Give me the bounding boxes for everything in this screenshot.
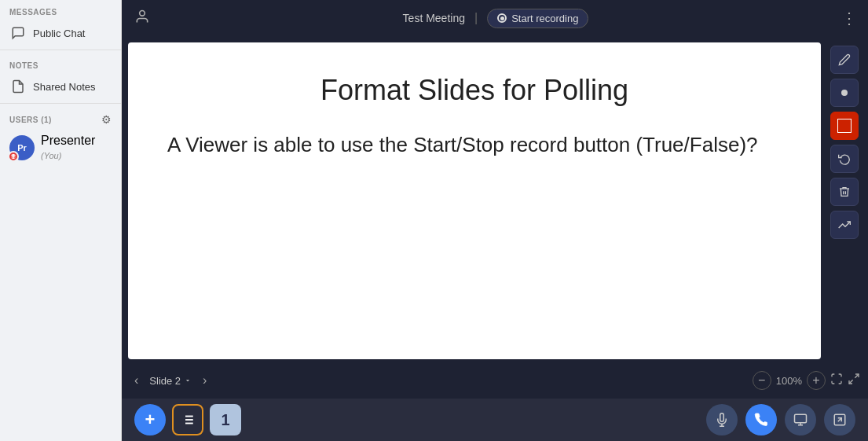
messages-section-label: MESSAGES	[0, 0, 121, 20]
presenter-name: Presenter	[41, 134, 95, 147]
fit-screen-button[interactable]	[830, 373, 843, 388]
more-options-button[interactable]: ⋮	[841, 9, 859, 28]
main-area: Test Meeting | Start recording ⋮ Format …	[122, 0, 868, 441]
color-swatch	[837, 119, 852, 133]
sidebar-item-shared-notes[interactable]: Shared Notes	[0, 73, 121, 100]
avatar: Pr	[9, 135, 35, 160]
add-icon: +	[145, 410, 156, 430]
top-bar-left	[134, 9, 150, 28]
screen-share-button[interactable]	[785, 404, 816, 435]
svg-line-2	[849, 380, 853, 384]
presenter-info: Presenter (You)	[41, 134, 112, 162]
slide-navigation: ‹ Slide 2 ›	[130, 372, 211, 389]
zoom-level: 100%	[776, 375, 802, 387]
chart-tool-button[interactable]	[830, 211, 859, 239]
sidebar: MESSAGES Public Chat NOTES Shared Notes …	[0, 0, 122, 441]
share-button[interactable]	[824, 404, 855, 435]
sidebar-divider-1	[0, 50, 121, 50]
notes-section-label: NOTES	[0, 53, 121, 73]
dot-tool-button[interactable]	[830, 79, 859, 107]
presenter-item[interactable]: Pr Presenter (You)	[0, 129, 121, 167]
start-recording-button[interactable]: Start recording	[487, 9, 588, 28]
zoom-out-button[interactable]: −	[753, 371, 771, 390]
users-header: USERS (1) ⚙	[0, 107, 121, 129]
prev-slide-button[interactable]: ‹	[130, 372, 143, 389]
color-tool-button[interactable]	[830, 112, 859, 140]
mute-button[interactable]	[706, 404, 738, 435]
title-divider: |	[474, 11, 478, 25]
more-options-icon: ⋮	[841, 9, 859, 27]
trash-tool-button[interactable]	[830, 178, 859, 206]
shared-notes-label: Shared Notes	[33, 81, 96, 93]
svg-point-0	[140, 10, 145, 16]
right-toolbar	[827, 42, 862, 359]
add-button[interactable]: +	[134, 404, 166, 435]
presenter-you-label: (You)	[41, 151, 61, 160]
slide-label: Slide 2	[149, 375, 192, 387]
sidebar-divider-2	[0, 103, 121, 104]
bottom-action-bar: + 1	[122, 399, 868, 441]
next-slide-button[interactable]: ›	[198, 372, 211, 389]
sidebar-item-public-chat[interactable]: Public Chat	[0, 20, 121, 46]
slide-title: Format Slides for Polling	[167, 74, 782, 107]
center-actions	[706, 404, 855, 435]
top-bar: Test Meeting | Start recording ⋮	[122, 0, 868, 36]
undo-tool-button[interactable]	[830, 145, 859, 173]
left-actions: + 1	[134, 404, 241, 435]
slide-canvas: Format Slides for Polling A Viewer is ab…	[128, 42, 821, 359]
public-chat-label: Public Chat	[33, 28, 85, 39]
svg-line-1	[855, 374, 859, 378]
pencil-tool-button[interactable]	[830, 46, 859, 74]
phone-button[interactable]	[745, 404, 777, 435]
list-button[interactable]	[172, 404, 203, 435]
content-area: Format Slides for Polling A Viewer is ab…	[122, 36, 868, 359]
bottom-nav: ‹ Slide 2 › − 100% +	[122, 362, 868, 399]
user-icon	[134, 9, 150, 28]
svg-rect-11	[795, 414, 807, 423]
notes-icon	[9, 78, 27, 95]
chat-icon	[9, 24, 27, 42]
slide-number-label: Slide 2	[149, 375, 181, 387]
slide-body: A Viewer is able to use the Start/Stop r…	[167, 130, 782, 159]
users-section-label: USERS (1)	[9, 116, 52, 124]
top-bar-center: Test Meeting | Start recording	[403, 9, 589, 28]
fullscreen-button[interactable]	[848, 373, 860, 388]
slide-count-badge[interactable]: 1	[210, 404, 241, 435]
record-dot-inner	[500, 17, 504, 20]
meeting-title: Test Meeting	[403, 12, 465, 24]
num-badge-value: 1	[221, 411, 229, 429]
presenter-badge	[8, 151, 19, 162]
dot-icon	[841, 90, 848, 96]
zoom-controls: − 100% +	[753, 371, 860, 390]
record-dot-icon	[497, 13, 507, 23]
zoom-in-button[interactable]: +	[807, 371, 826, 390]
gear-icon[interactable]: ⚙	[101, 113, 112, 126]
record-label: Start recording	[511, 13, 578, 24]
